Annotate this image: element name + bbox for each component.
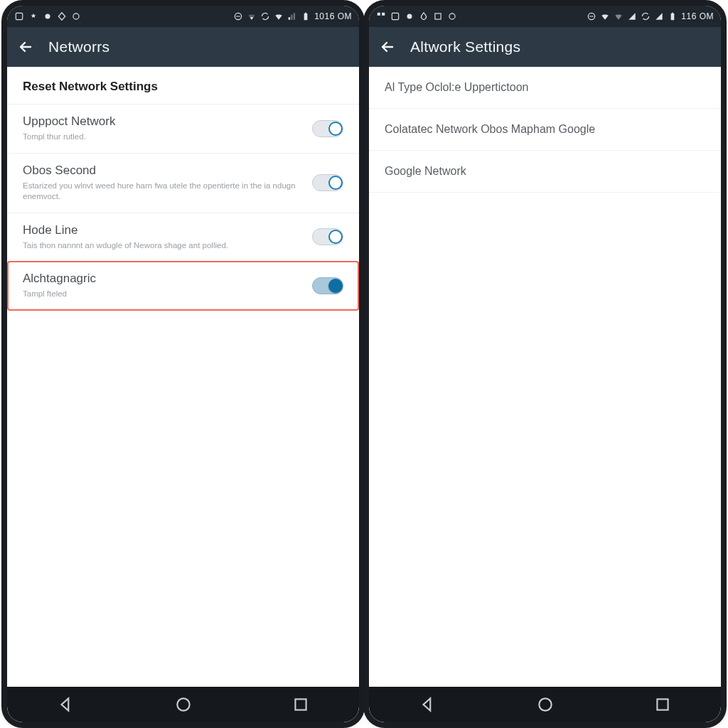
nav-bar — [369, 687, 721, 722]
svg-rect-11 — [392, 13, 398, 19]
square-icon — [433, 11, 443, 21]
svg-rect-17 — [671, 14, 675, 20]
battery-icon — [668, 11, 678, 21]
svg-rect-5 — [304, 14, 308, 20]
svg-rect-8 — [295, 699, 306, 710]
circle-icon — [405, 11, 414, 21]
setting-title: Hode Line — [23, 223, 302, 237]
status-bar: 116 OM — [369, 6, 721, 27]
status-left-icons — [376, 11, 457, 21]
toggle-switch[interactable] — [312, 228, 343, 245]
circle-icon — [43, 11, 53, 21]
nav-back-button[interactable] — [419, 695, 437, 714]
ring-icon — [447, 11, 457, 21]
nav-bar — [7, 687, 359, 722]
diamond-icon — [57, 11, 67, 21]
wifi-icon — [600, 11, 610, 21]
signal-icon — [287, 11, 297, 21]
sync-icon — [641, 11, 651, 21]
toggle-switch[interactable] — [312, 174, 343, 191]
signal-icon — [627, 11, 637, 21]
list-item[interactable]: Google Network — [369, 151, 721, 193]
nav-recent-button[interactable] — [653, 695, 672, 714]
setting-subtitle: Tompl thur rutled. — [23, 132, 302, 143]
setting-subtitle: Tais thon nannnt an wdugle of Newora sha… — [23, 240, 302, 252]
battery-icon — [301, 11, 311, 21]
svg-rect-20 — [657, 699, 668, 710]
wifi-weak-icon — [247, 11, 257, 21]
svg-rect-6 — [305, 13, 306, 14]
box-icon — [14, 11, 24, 21]
svg-rect-13 — [435, 14, 441, 19]
do-not-disturb-icon — [233, 11, 243, 21]
svg-point-1 — [46, 14, 50, 19]
phone-left: 1016 OM Networrs Reset Network Settings … — [7, 6, 359, 722]
setting-subtitle: Estarized you wlnvt weed hure harn fwa u… — [23, 181, 302, 203]
svg-rect-0 — [16, 13, 22, 19]
status-clock: 1016 OM — [314, 11, 352, 21]
nav-home-button[interactable] — [536, 695, 555, 714]
ring-icon — [71, 11, 81, 21]
nav-home-button[interactable] — [174, 695, 193, 714]
setting-title: Alchtagnagric — [23, 272, 302, 286]
setting-row-hode[interactable]: Hode Line Tais thon nannnt an wdugle of … — [7, 213, 359, 262]
status-clock: 116 OM — [681, 11, 714, 21]
back-button[interactable] — [17, 38, 34, 55]
status-left-icons — [14, 11, 81, 21]
phone-right: 116 OM Altwork Settings Al Type Oclol:e … — [369, 6, 721, 722]
svg-point-19 — [539, 698, 551, 710]
grid-icon — [376, 11, 386, 21]
nav-recent-button[interactable] — [291, 695, 310, 714]
svg-point-7 — [177, 698, 189, 710]
section-header: Reset Network Settings — [7, 67, 359, 104]
location-icon — [28, 11, 38, 21]
setting-title: Upppoct Network — [23, 114, 302, 129]
wifi-icon-2 — [614, 11, 623, 21]
list-item[interactable]: Colatatec Network Obos Mapham Google — [369, 109, 721, 151]
svg-point-12 — [407, 14, 412, 19]
toggle-switch[interactable] — [312, 120, 343, 137]
list-item[interactable]: Al Type Oclol:e Uppertictoon — [369, 67, 721, 109]
svg-rect-9 — [378, 13, 380, 16]
sync-icon — [260, 11, 270, 21]
status-right-icons: 1016 OM — [233, 11, 352, 21]
setting-row-alchtagnagric[interactable]: Alchtagnagric Tampl fteled — [7, 261, 359, 311]
page-title: Networrs — [48, 38, 109, 55]
wifi-icon — [274, 11, 284, 21]
status-bar: 1016 OM — [7, 6, 359, 27]
svg-rect-10 — [382, 13, 385, 16]
setting-row-upppoct[interactable]: Upppoct Network Tompl thur rutled. — [7, 104, 359, 153]
nav-back-button[interactable] — [57, 695, 75, 714]
svg-point-14 — [449, 14, 455, 19]
signal-full-icon — [654, 11, 664, 21]
setting-subtitle: Tampl fteled — [23, 289, 302, 300]
svg-point-2 — [73, 14, 79, 19]
toggle-switch[interactable] — [312, 277, 343, 294]
svg-rect-18 — [672, 13, 673, 14]
settings-list[interactable]: Al Type Oclol:e Uppertictoon Colatatec N… — [369, 67, 721, 687]
do-not-disturb-icon — [587, 11, 596, 21]
back-button[interactable] — [379, 38, 396, 55]
box-icon — [390, 11, 400, 21]
settings-list[interactable]: Reset Network Settings Upppoct Network T… — [7, 67, 359, 687]
app-bar: Altwork Settings — [369, 27, 721, 67]
setting-row-obos[interactable]: Obos Second Estarized you wlnvt weed hur… — [7, 153, 359, 213]
setting-title: Obos Second — [23, 164, 302, 178]
drop-icon — [419, 11, 429, 21]
page-title: Altwork Settings — [410, 38, 520, 55]
status-right-icons: 116 OM — [587, 11, 714, 21]
app-bar: Networrs — [7, 27, 359, 67]
